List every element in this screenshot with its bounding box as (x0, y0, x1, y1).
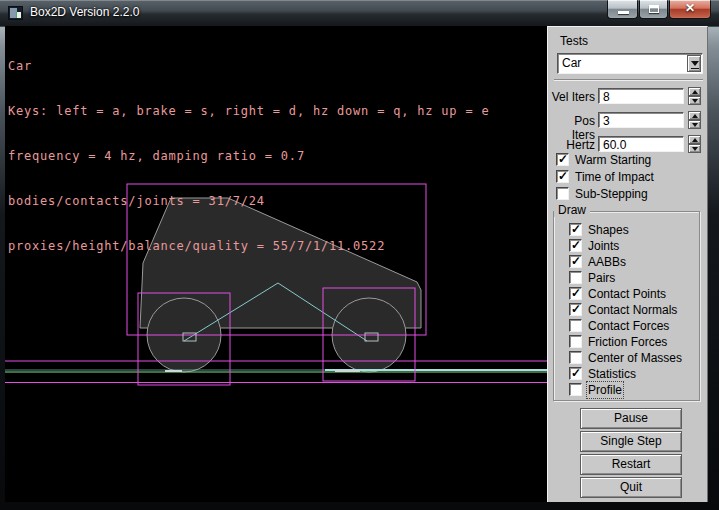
checkbox-label: Warm Starting (575, 153, 651, 167)
pause-button[interactable]: Pause (580, 408, 682, 429)
tests-dropdown-button[interactable] (687, 55, 701, 72)
spin-down-button[interactable] (688, 144, 701, 153)
minimize-icon (618, 11, 629, 14)
spin-up-button[interactable] (688, 87, 701, 96)
app-icon (8, 6, 23, 20)
checkbox-box[interactable] (569, 335, 582, 348)
hertz-label: Hertz (548, 138, 595, 152)
checkbox-label: Friction Forces (588, 335, 667, 349)
checkbox-box[interactable]: ✓ (569, 367, 582, 380)
checkbox-label: AABBs (588, 255, 626, 269)
spin-up-button[interactable] (688, 135, 701, 144)
checkmark-icon: ✓ (571, 222, 581, 236)
vel-iters-label: Vel Iters (548, 90, 595, 104)
arrow-up-icon (692, 138, 698, 142)
checkbox-label: Contact Forces (588, 319, 669, 333)
tests-dropdown-value: Car (562, 56, 581, 70)
control-panel: Tests Car Vel Iters 8 Pos Iters 3 (547, 26, 708, 502)
spin-down-button[interactable] (688, 120, 701, 129)
draw-group-title: Draw (554, 203, 590, 217)
checkmark-icon: ✓ (571, 254, 581, 268)
checkbox-box[interactable]: ✓ (556, 153, 569, 166)
checkbox-label: Contact Points (588, 287, 666, 301)
hud-line-stats: bodies/contacts/joints = 31/7/24 (8, 194, 489, 209)
hud-line-proxies: proxies/height/balance/quality = 55/7/1/… (8, 239, 489, 254)
checkbox-box[interactable]: ✓ (569, 223, 582, 236)
checkbox-label: Profile (588, 383, 622, 397)
hud-line-frequency: frequency = 4 hz, damping ratio = 0.7 (8, 149, 489, 164)
checkbox-box[interactable] (569, 383, 582, 396)
checkmark-icon: ✓ (558, 169, 568, 183)
checkbox-label: Statistics (588, 367, 636, 381)
hertz-stepper (688, 135, 701, 153)
arrow-down-icon (692, 147, 698, 151)
checkbox-label: Joints (588, 239, 619, 253)
hertz-input[interactable]: 60.0 (598, 136, 684, 152)
checkbox-box[interactable]: ✓ (556, 170, 569, 183)
checkmark-icon: ✓ (558, 152, 568, 166)
spin-down-button[interactable] (688, 96, 701, 105)
hud-text: Car Keys: left = a, brake = s, right = d… (8, 29, 489, 284)
checkmark-icon: ✓ (571, 302, 581, 316)
close-button[interactable]: ✕ (669, 0, 711, 19)
hud-line-title: Car (8, 59, 489, 74)
checkbox-label: Contact Normals (588, 303, 677, 317)
quit-button[interactable]: Quit (580, 477, 682, 498)
checkmark-icon: ✓ (571, 238, 581, 252)
simulation-canvas[interactable]: Car Keys: left = a, brake = s, right = d… (5, 26, 547, 502)
close-icon: ✕ (670, 1, 710, 15)
checkmark-icon: ✓ (571, 366, 581, 380)
vel-iters-input[interactable]: 8 (598, 88, 684, 104)
checkbox-box[interactable]: ✓ (569, 303, 582, 316)
spin-up-button[interactable] (688, 111, 701, 120)
vel-iters-stepper (688, 87, 701, 105)
window-title: Box2D Version 2.2.0 (30, 0, 139, 26)
tests-dropdown[interactable]: Car (557, 53, 703, 74)
arrow-down-icon (692, 123, 698, 127)
checkbox-box[interactable]: ✓ (569, 287, 582, 300)
arrow-down-icon (692, 99, 698, 103)
arrow-up-icon (692, 114, 698, 118)
separator (554, 79, 703, 81)
checkbox-box[interactable]: ✓ (569, 255, 582, 268)
app-window: Box2D Version 2.2.0 ✕ (0, 0, 719, 510)
checkbox-label: Center of Masses (588, 351, 682, 365)
checkbox-label: Sub-Stepping (575, 187, 648, 201)
hud-line-keys: Keys: left = a, brake = s, right = d, hz… (8, 104, 489, 119)
restart-button[interactable]: Restart (580, 454, 682, 475)
checkbox-box[interactable] (556, 187, 569, 200)
minimize-button[interactable] (607, 0, 638, 19)
checkbox-box[interactable] (569, 271, 582, 284)
chevron-down-icon (691, 61, 699, 66)
pos-iters-input[interactable]: 3 (598, 112, 684, 128)
pos-iters-stepper (688, 111, 701, 129)
checkbox-label: Time of Impact (575, 170, 654, 184)
checkbox-label: Pairs (588, 271, 615, 285)
checkmark-icon: ✓ (571, 286, 581, 300)
checkbox-box[interactable]: ✓ (569, 239, 582, 252)
maximize-icon (649, 5, 659, 13)
checkbox-box[interactable] (569, 351, 582, 364)
checkbox-box[interactable] (569, 319, 582, 332)
single-step-button[interactable]: Single Step (580, 431, 682, 452)
tests-label: Tests (560, 34, 588, 48)
titlebar[interactable]: Box2D Version 2.2.0 ✕ (0, 0, 719, 26)
maximize-button[interactable] (639, 0, 668, 19)
checkbox-label: Shapes (588, 223, 629, 237)
arrow-up-icon (692, 90, 698, 94)
